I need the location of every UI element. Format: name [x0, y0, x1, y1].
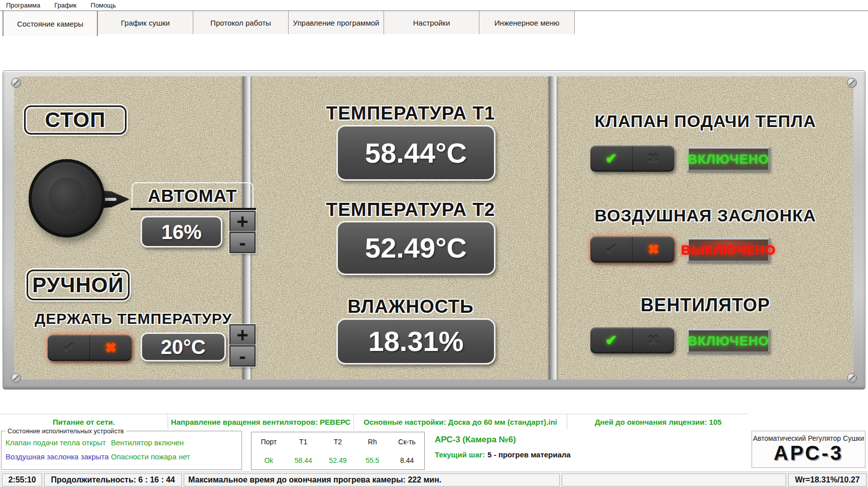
check-icon: ✔: [605, 152, 617, 166]
status-bar: 2:55:10 Продолжительность: 6 : 16 : 44 М…: [0, 471, 868, 487]
screw-icon: [847, 78, 857, 88]
menu-bar: Программа График Помощь: [0, 0, 868, 11]
sensor-value-t1: 58.44: [295, 456, 312, 464]
main-panel-frame: СТОП АВТОМАТ 16% + - РУЧНОЙ ДЕРЖАТЬ: [3, 70, 865, 390]
sensor-value-t2: 52.49: [329, 456, 346, 464]
screw-icon: [11, 78, 21, 88]
tab-settings[interactable]: Настройки: [384, 11, 479, 34]
sensor-value-rh: 55.5: [365, 456, 379, 464]
cross-icon: ✖: [648, 334, 659, 347]
cross-icon: ✖: [105, 341, 116, 355]
fan-status: ВКЛЮЧЕНО: [687, 328, 770, 353]
manual-mode-button[interactable]: РУЧНОЙ: [27, 270, 130, 300]
t1-value-display: 58.44°C: [336, 125, 495, 181]
panel-background: СТОП АВТОМАТ 16% + - РУЧНОЙ ДЕРЖАТЬ: [14, 76, 853, 380]
air-damper-toggle[interactable]: ✔ ✖: [590, 236, 674, 263]
unit-name: АРС-3 (Камера №6): [435, 435, 746, 445]
check-icon: ✔: [605, 334, 617, 347]
hold-temperature-toggle[interactable]: ✔ ✖: [48, 335, 132, 361]
tab-camera-state[interactable]: Состояние камеры: [3, 11, 98, 36]
cross-icon: ✖: [648, 243, 659, 257]
current-step-value: 5 - прогрев материала: [487, 450, 571, 459]
logo-title: АРС-3: [752, 442, 865, 463]
tab-work-protocol[interactable]: Протокол работы: [193, 11, 289, 34]
unit-info: АРС-3 (Камера №6) Текущий шаг:5 - прогре…: [435, 435, 746, 459]
t2-value-display: 52.49°C: [336, 221, 495, 275]
cross-icon: ✖: [648, 152, 659, 166]
fan-toggle[interactable]: ✔ ✖: [590, 327, 674, 353]
fan-label: ВЕНТИЛЯТОР: [557, 296, 853, 314]
tab-engineering-menu[interactable]: Инженерное меню: [479, 11, 575, 34]
screw-icon: [11, 373, 21, 383]
sensor-table: Порт Т1 Т2 Rh Ск-ть Ok 58.44 52.49 55.5 …: [251, 432, 425, 470]
hold-temperature-label: ДЕРЖАТЬ ТЕМПЕРАТУРУ: [19, 311, 247, 326]
humidity-label: ВЛАЖНОСТЬ: [285, 297, 536, 316]
power-plus-button[interactable]: +: [229, 211, 256, 232]
sensor-col-header-rh: Rh: [368, 438, 377, 446]
logo-subtitle: Автоматический Регулятор Сушки: [752, 434, 865, 442]
t1-label: ТЕМПЕРАТУРА Т1: [285, 104, 536, 123]
device-status-air-damper: Воздушная заслонка закрыта: [6, 452, 109, 461]
license-days-text: Дней до окончания лицензии: 105: [567, 414, 749, 429]
t2-label: ТЕМПЕРАТУРА Т2: [285, 200, 536, 219]
humidity-value-display: 18.31%: [336, 318, 495, 364]
tab-program-control[interactable]: Управление программой: [289, 11, 384, 34]
sensor-col-header-t1: Т1: [299, 438, 307, 446]
sensor-col-header-speed: Ск-ть: [398, 438, 416, 446]
auto-mode-button[interactable]: АВТОМАТ: [132, 182, 254, 208]
fan-direction-text: Направление вращения вентиляторов: РЕВЕР…: [168, 414, 354, 429]
air-damper-status: ВЫКЛЮЧЕНО: [687, 237, 770, 263]
empty-cell: [562, 473, 786, 486]
air-damper-label: ВОЗДУШНАЯ ЗАСЛОНКА: [557, 207, 853, 224]
device-status-fan: Вентилятор включен: [111, 438, 184, 447]
wr-text: Wr=18.31%/10.27: [788, 473, 866, 486]
device-status-fire-danger: Опасности пожара нет: [111, 452, 190, 461]
max-time-text: Максимальное время до окончания прогрева…: [184, 473, 560, 486]
check-icon: ✔: [63, 341, 74, 355]
stop-button[interactable]: СТОП: [24, 105, 127, 135]
devices-group: Состояние исполнительных устройств Клапа…: [1, 431, 242, 470]
devices-group-title: Состояние исполнительных устройств: [6, 427, 126, 435]
mode-knob[interactable]: [29, 159, 105, 237]
sensor-col-header-port: Порт: [261, 438, 277, 446]
current-step-label: Текущий шаг:: [435, 450, 485, 459]
device-status-heat-valve: Клапан подачи тепла открыт: [6, 438, 106, 447]
sensor-col-header-t2: Т2: [334, 438, 342, 446]
section-divider: [549, 76, 557, 380]
temp-minus-button[interactable]: -: [229, 345, 256, 367]
screw-icon: [847, 373, 857, 383]
heat-valve-toggle[interactable]: ✔ ✖: [590, 146, 674, 172]
clock-text: 2:55:10: [2, 473, 42, 486]
check-icon: ✔: [605, 243, 617, 257]
power-minus-button[interactable]: -: [229, 232, 256, 253]
application-window: Программа График Помощь Состояние камеры…: [0, 0, 868, 487]
sensor-value-port: Ok: [264, 456, 273, 464]
temp-plus-button[interactable]: +: [229, 324, 256, 345]
menu-item-graph[interactable]: График: [54, 2, 76, 9]
tab-drying-graph[interactable]: График сушки: [98, 11, 193, 34]
hold-temperature-value: 20°C: [141, 332, 226, 361]
tab-bar: Состояние камеры График сушки Протокол р…: [0, 11, 868, 34]
auto-power-value: 16%: [141, 216, 222, 248]
heat-valve-status: ВКЛЮЧЕНО: [687, 147, 770, 172]
logo-box: Автоматический Регулятор Сушки АРС-3: [752, 431, 865, 468]
sensor-value-speed: 8.44: [400, 456, 414, 464]
settings-file-text: Основные настройки: Доска до 60 мм (стан…: [354, 414, 567, 429]
menu-item-help[interactable]: Помощь: [91, 2, 116, 9]
heat-valve-label: КЛАПАН ПОДАЧИ ТЕПЛА: [557, 112, 853, 130]
duration-text: Продолжительность: 6 : 16 : 44: [44, 473, 182, 486]
menu-item-program[interactable]: Программа: [6, 2, 40, 9]
